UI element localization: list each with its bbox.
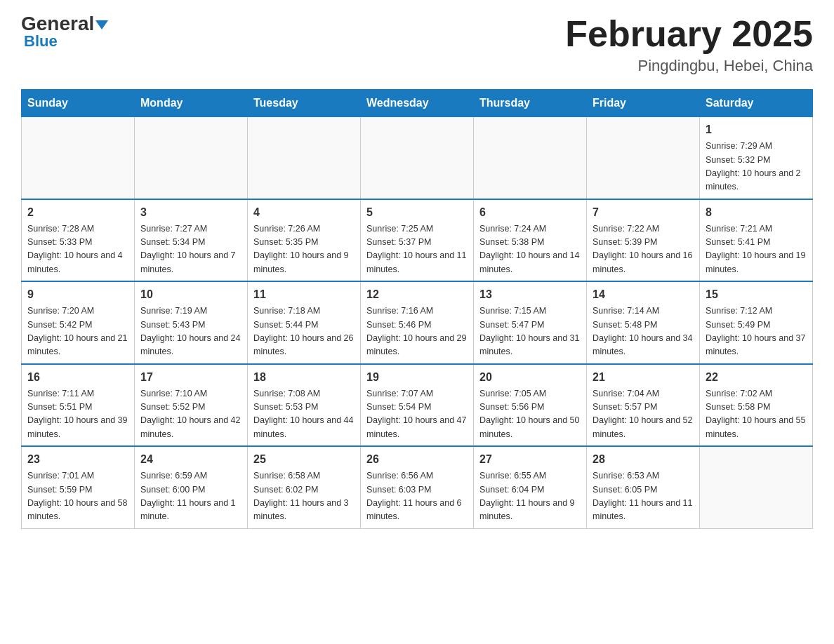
day-number: 9 [27, 286, 128, 303]
day-number: 21 [593, 369, 694, 386]
calendar-cell [135, 117, 248, 199]
week-row-4: 16Sunrise: 7:11 AMSunset: 5:51 PMDayligh… [22, 364, 813, 447]
calendar-cell: 26Sunrise: 6:56 AMSunset: 6:03 PMDayligh… [361, 446, 474, 528]
col-wednesday: Wednesday [361, 90, 474, 117]
calendar-cell: 11Sunrise: 7:18 AMSunset: 5:44 PMDayligh… [248, 281, 361, 364]
month-year-title: February 2025 [565, 14, 813, 54]
calendar-cell: 4Sunrise: 7:26 AMSunset: 5:35 PMDaylight… [248, 199, 361, 282]
day-info: Sunrise: 7:26 AMSunset: 5:35 PMDaylight:… [253, 222, 355, 277]
week-row-1: 1Sunrise: 7:29 AMSunset: 5:32 PMDaylight… [22, 117, 813, 199]
day-number: 17 [140, 369, 241, 386]
day-number: 12 [366, 286, 468, 303]
day-number: 24 [140, 451, 241, 468]
calendar-cell: 7Sunrise: 7:22 AMSunset: 5:39 PMDaylight… [587, 199, 700, 282]
col-sunday: Sunday [22, 90, 135, 117]
day-info: Sunrise: 7:02 AMSunset: 5:58 PMDaylight:… [706, 387, 807, 442]
calendar-cell [248, 117, 361, 199]
day-number: 20 [479, 369, 581, 386]
day-number: 3 [140, 204, 241, 221]
day-number: 11 [253, 286, 355, 303]
calendar-cell: 2Sunrise: 7:28 AMSunset: 5:33 PMDaylight… [22, 199, 135, 282]
day-number: 4 [253, 204, 355, 221]
calendar-cell [361, 117, 474, 199]
calendar-cell: 23Sunrise: 7:01 AMSunset: 5:59 PMDayligh… [22, 446, 135, 528]
day-number: 8 [706, 204, 807, 221]
calendar-cell: 20Sunrise: 7:05 AMSunset: 5:56 PMDayligh… [474, 364, 587, 447]
day-info: Sunrise: 7:20 AMSunset: 5:42 PMDaylight:… [27, 304, 128, 359]
title-section: February 2025 Pingdingbu, Hebei, China [565, 14, 813, 75]
calendar-cell: 16Sunrise: 7:11 AMSunset: 5:51 PMDayligh… [22, 364, 135, 447]
day-number: 15 [706, 286, 807, 303]
day-info: Sunrise: 7:04 AMSunset: 5:57 PMDaylight:… [593, 387, 694, 442]
day-info: Sunrise: 7:01 AMSunset: 5:59 PMDaylight:… [27, 469, 128, 524]
calendar-table: Sunday Monday Tuesday Wednesday Thursday… [21, 89, 813, 529]
day-number: 23 [27, 451, 128, 468]
logo-blue: Blue [24, 32, 58, 51]
calendar-cell: 12Sunrise: 7:16 AMSunset: 5:46 PMDayligh… [361, 281, 474, 364]
calendar-cell: 18Sunrise: 7:08 AMSunset: 5:53 PMDayligh… [248, 364, 361, 447]
logo: General Blue [21, 14, 108, 51]
day-number: 2 [27, 204, 128, 221]
day-number: 19 [366, 369, 468, 386]
day-info: Sunrise: 7:22 AMSunset: 5:39 PMDaylight:… [593, 222, 694, 277]
week-row-5: 23Sunrise: 7:01 AMSunset: 5:59 PMDayligh… [22, 446, 813, 528]
calendar-cell: 8Sunrise: 7:21 AMSunset: 5:41 PMDaylight… [700, 199, 813, 282]
col-monday: Monday [135, 90, 248, 117]
day-info: Sunrise: 6:58 AMSunset: 6:02 PMDaylight:… [253, 469, 355, 524]
calendar-cell: 22Sunrise: 7:02 AMSunset: 5:58 PMDayligh… [700, 364, 813, 447]
calendar-cell: 6Sunrise: 7:24 AMSunset: 5:38 PMDaylight… [474, 199, 587, 282]
calendar-cell: 27Sunrise: 6:55 AMSunset: 6:04 PMDayligh… [474, 446, 587, 528]
day-number: 22 [706, 369, 807, 386]
day-number: 16 [27, 369, 128, 386]
day-number: 13 [479, 286, 581, 303]
day-info: Sunrise: 6:59 AMSunset: 6:00 PMDaylight:… [140, 469, 241, 524]
calendar-cell: 24Sunrise: 6:59 AMSunset: 6:00 PMDayligh… [135, 446, 248, 528]
col-saturday: Saturday [700, 90, 813, 117]
day-info: Sunrise: 7:25 AMSunset: 5:37 PMDaylight:… [366, 222, 468, 277]
day-info: Sunrise: 7:19 AMSunset: 5:43 PMDaylight:… [140, 304, 241, 359]
day-info: Sunrise: 7:29 AMSunset: 5:32 PMDaylight:… [706, 140, 807, 194]
day-info: Sunrise: 7:21 AMSunset: 5:41 PMDaylight:… [706, 222, 807, 277]
day-number: 1 [706, 121, 807, 138]
col-friday: Friday [587, 90, 700, 117]
calendar-cell: 10Sunrise: 7:19 AMSunset: 5:43 PMDayligh… [135, 281, 248, 364]
page-header: General Blue February 2025 Pingdingbu, H… [21, 14, 813, 75]
day-info: Sunrise: 7:07 AMSunset: 5:54 PMDaylight:… [366, 387, 468, 442]
logo-general: General [21, 14, 108, 34]
day-number: 25 [253, 451, 355, 468]
calendar-cell: 25Sunrise: 6:58 AMSunset: 6:02 PMDayligh… [248, 446, 361, 528]
day-info: Sunrise: 7:24 AMSunset: 5:38 PMDaylight:… [479, 222, 581, 277]
calendar-cell: 19Sunrise: 7:07 AMSunset: 5:54 PMDayligh… [361, 364, 474, 447]
calendar-cell: 15Sunrise: 7:12 AMSunset: 5:49 PMDayligh… [700, 281, 813, 364]
calendar-cell [22, 117, 135, 199]
calendar-cell [700, 446, 813, 528]
calendar-header-row: Sunday Monday Tuesday Wednesday Thursday… [22, 90, 813, 117]
day-info: Sunrise: 7:16 AMSunset: 5:46 PMDaylight:… [366, 304, 468, 359]
day-number: 18 [253, 369, 355, 386]
day-info: Sunrise: 6:55 AMSunset: 6:04 PMDaylight:… [479, 469, 581, 524]
day-number: 7 [593, 204, 694, 221]
day-number: 14 [593, 286, 694, 303]
day-info: Sunrise: 6:56 AMSunset: 6:03 PMDaylight:… [366, 469, 468, 524]
calendar-cell: 9Sunrise: 7:20 AMSunset: 5:42 PMDaylight… [22, 281, 135, 364]
day-info: Sunrise: 7:14 AMSunset: 5:48 PMDaylight:… [593, 304, 694, 359]
day-info: Sunrise: 7:11 AMSunset: 5:51 PMDaylight:… [27, 387, 128, 442]
day-info: Sunrise: 7:15 AMSunset: 5:47 PMDaylight:… [479, 304, 581, 359]
calendar-cell: 14Sunrise: 7:14 AMSunset: 5:48 PMDayligh… [587, 281, 700, 364]
day-info: Sunrise: 6:53 AMSunset: 6:05 PMDaylight:… [593, 469, 694, 524]
day-info: Sunrise: 7:28 AMSunset: 5:33 PMDaylight:… [27, 222, 128, 277]
day-number: 10 [140, 286, 241, 303]
calendar-cell: 1Sunrise: 7:29 AMSunset: 5:32 PMDaylight… [700, 117, 813, 199]
day-number: 26 [366, 451, 468, 468]
logo-arrow-icon [95, 20, 108, 29]
day-number: 5 [366, 204, 468, 221]
calendar-cell: 21Sunrise: 7:04 AMSunset: 5:57 PMDayligh… [587, 364, 700, 447]
day-number: 6 [479, 204, 581, 221]
day-info: Sunrise: 7:05 AMSunset: 5:56 PMDaylight:… [479, 387, 581, 442]
week-row-2: 2Sunrise: 7:28 AMSunset: 5:33 PMDaylight… [22, 199, 813, 282]
day-info: Sunrise: 7:12 AMSunset: 5:49 PMDaylight:… [706, 304, 807, 359]
day-info: Sunrise: 7:08 AMSunset: 5:53 PMDaylight:… [253, 387, 355, 442]
calendar-cell [587, 117, 700, 199]
col-tuesday: Tuesday [248, 90, 361, 117]
location-subtitle: Pingdingbu, Hebei, China [565, 57, 813, 75]
